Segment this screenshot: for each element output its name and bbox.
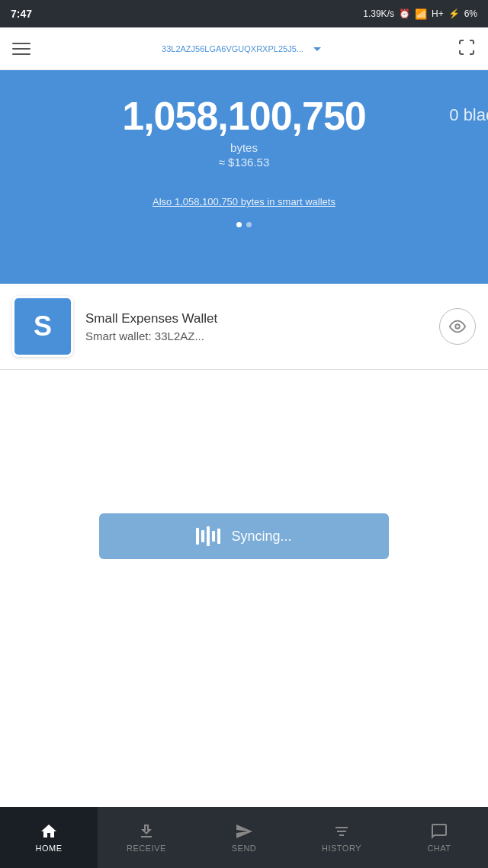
- balance-usd: ≈ $136.53: [15, 156, 473, 169]
- sync-bar-5: [217, 529, 220, 544]
- sync-bar-3: [207, 526, 210, 546]
- dot-1: [236, 222, 242, 227]
- hamburger-line-3: [12, 53, 30, 55]
- dot-2: [246, 222, 252, 227]
- chat-icon: [430, 822, 448, 841]
- sync-bar-2: [201, 530, 204, 542]
- nav-send-label: SEND: [232, 844, 257, 853]
- wallet-avatar: S: [12, 296, 73, 357]
- battery-level: 6%: [464, 8, 477, 19]
- nav-history[interactable]: HISTORY: [293, 807, 390, 868]
- wallet-address-text: 33L2AZJ56LGA6VGUQXRXPL25J5...: [162, 44, 303, 53]
- nav-receive-label: RECEIVE: [127, 844, 166, 853]
- sync-bar-1: [196, 528, 199, 545]
- expand-icon: [458, 38, 476, 56]
- sync-icon: [196, 526, 220, 546]
- balance-right-overflow: 0 blac: [449, 105, 488, 125]
- wallet-card: S Small Expenses Wallet Smart wallet: 33…: [0, 284, 488, 370]
- top-nav: 33L2AZJ56LGA6VGUQXRXPL25J5...: [0, 27, 488, 70]
- eye-icon: [449, 318, 466, 335]
- balance-unit: bytes: [15, 141, 473, 154]
- balance-header: 1,058,100,750 bytes ≈ $136.53 Also 1,058…: [0, 70, 488, 284]
- status-time: 7:47: [11, 8, 32, 20]
- status-bar: 7:47 1.39K/s ⏰ 📶 H+ ⚡ 6%: [0, 0, 488, 27]
- nav-history-label: HISTORY: [322, 844, 361, 853]
- wallet-name: Small Expenses Wallet: [85, 311, 427, 326]
- receive-icon: [137, 822, 156, 841]
- chevron-down-icon: [308, 40, 326, 58]
- sync-bar-4: [212, 531, 215, 542]
- nav-chat[interactable]: CHAT: [390, 807, 488, 868]
- smart-wallet-link[interactable]: Also 1,058,100,750 bytes in smart wallet…: [152, 196, 336, 207]
- nav-receive[interactable]: RECEIVE: [98, 807, 195, 868]
- clock-icon: ⏰: [399, 8, 410, 19]
- network-type: H+: [432, 8, 444, 19]
- page-dots: [15, 222, 473, 227]
- battery-icon: ⚡: [448, 8, 460, 19]
- hamburger-menu[interactable]: [12, 43, 30, 55]
- svg-point-0: [455, 324, 460, 329]
- nav-chat-label: CHAT: [427, 844, 451, 853]
- hamburger-line-1: [12, 43, 30, 44]
- hamburger-line-2: [12, 48, 30, 50]
- wallet-address-header[interactable]: 33L2AZJ56LGA6VGUQXRXPL25J5...: [162, 40, 326, 58]
- status-center: 1.39K/s ⏰ 📶 H+ ⚡ 6%: [363, 8, 477, 20]
- send-icon: [235, 822, 253, 841]
- signal-icon: 📶: [415, 8, 427, 20]
- history-icon: [332, 822, 351, 841]
- sync-label: Syncing...: [231, 529, 291, 545]
- wallet-info: Small Expenses Wallet Smart wallet: 33L2…: [85, 311, 427, 342]
- content-area: Syncing...: [0, 370, 488, 583]
- sync-button[interactable]: Syncing...: [99, 513, 389, 559]
- nav-home[interactable]: HOME: [0, 807, 98, 868]
- nav-send[interactable]: SEND: [195, 807, 293, 868]
- balance-amount: 1,058,100,750: [15, 95, 473, 138]
- wallet-eye-button[interactable]: [439, 308, 476, 345]
- wallet-avatar-letter: S: [34, 310, 52, 342]
- bottom-nav: HOME RECEIVE SEND HISTORY CHAT: [0, 807, 488, 868]
- network-speed: 1.39K/s: [363, 8, 394, 19]
- home-icon: [40, 822, 58, 841]
- expand-button[interactable]: [458, 38, 476, 59]
- nav-home-label: HOME: [36, 844, 63, 853]
- wallet-smart-label: Smart wallet: 33L2AZ...: [85, 330, 427, 342]
